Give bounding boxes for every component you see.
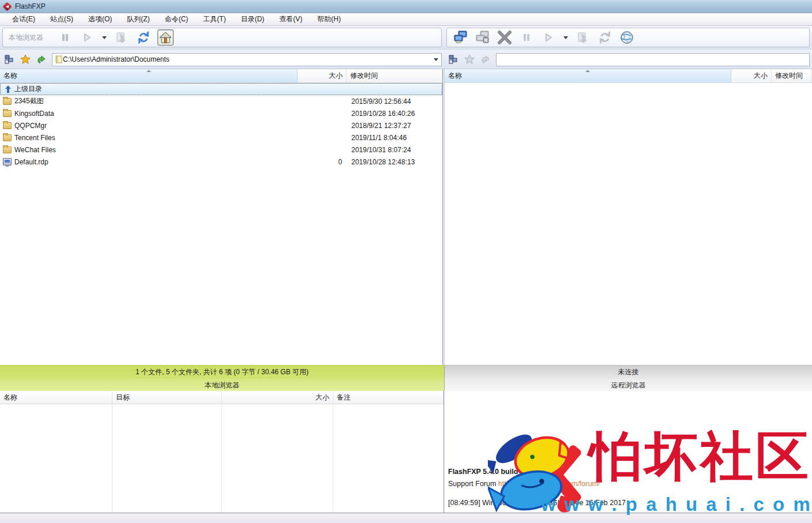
file-row[interactable]: 2345截图2015/9/30 12:56:44 [0,95,442,107]
column-divider [221,404,222,513]
home-directory-button[interactable] [157,29,174,46]
log-winsock-line: [08:49:59] Winsock 2.2 -- OpenSSL 1.1.0e… [448,497,626,509]
local-path-combobox[interactable] [52,53,442,66]
quick-connect-button[interactable] [619,29,635,46]
remote-start-dropdown[interactable] [562,29,569,46]
browser-panes: 名称 大小 修改时间 上级目录 2345截图2015/9/30 12:56:44… [0,69,812,365]
queue-column-size[interactable]: 大小 [222,391,333,404]
remote-file-pane: 名称 大小 修改时间 [444,69,812,365]
local-status-strip: 1 个文件, 5 个文件夹, 共计 6 项 (0 字节 / 30.46 GB 可… [0,365,444,391]
start-queue-button[interactable] [79,29,95,46]
window-title: FlashFXP [15,2,46,10]
file-row[interactable]: QQPCMgr2018/9/21 12:37:27 [0,119,442,131]
queue-pane: 名称 目标 大小 备注 [0,391,444,513]
menu-help[interactable]: 帮助(H) [310,13,348,25]
queue-column-note[interactable]: 备注 [333,391,443,404]
column-divider [333,404,333,513]
menu-options[interactable]: 选项(O) [81,13,119,25]
mid-status-row: 1 个文件, 5 个文件夹, 共计 6 项 (0 字节 / 30.46 GB 可… [0,365,812,391]
bottom-row: 名称 目标 大小 备注 FlashFXP 5.4.0 build 3970 Su… [0,391,812,513]
folder-icon [3,110,12,117]
menu-commands[interactable]: 命令(C) [157,13,196,25]
local-path-input[interactable] [63,55,432,63]
remote-status-strip: 未连接 远程浏览器 [444,365,812,391]
remote-pause-button[interactable] [518,29,535,46]
column-name[interactable]: 名称 [445,69,731,82]
parent-directory-label: 上级目录 [14,84,42,94]
title-bar: ◄ FlashFXP [0,0,812,13]
menu-view[interactable]: 查看(V) [272,13,310,25]
transfer-button[interactable] [114,29,130,46]
remote-transfer-button[interactable] [575,29,591,46]
file-row[interactable]: Default.rdp02019/10/28 12:48:13 [0,156,442,168]
file-row[interactable]: KingsoftData2019/10/28 16:40:26 [0,107,442,119]
go-up-icon-disabled [480,54,491,65]
favorites-star-icon[interactable] [20,54,31,65]
column-size[interactable]: 大小 [731,69,772,82]
remote-address-bar [448,50,810,69]
menu-queue[interactable]: 队列(Z) [119,13,157,25]
path-dropdown-button[interactable] [432,54,440,66]
column-modified[interactable]: 修改时间 [772,69,812,82]
log-version-line: FlashFXP 5.4.0 build 3970 [448,466,626,478]
connect-button[interactable] [453,29,469,46]
refresh-icon [599,31,611,44]
disconnect-button[interactable] [475,29,491,46]
log-pane[interactable]: FlashFXP 5.4.0 build 3970 Support Forum … [445,391,812,513]
support-forum-link[interactable]: https://www.flashfxp.com/forum/ [498,480,600,488]
local-toolbar: 本地浏览器 [2,28,442,47]
go-up-icon[interactable] [36,54,47,65]
file-row[interactable]: Tencent Files2019/11/1 8:04:46 [0,131,442,144]
play-icon [544,33,553,42]
connect-icon [453,30,468,45]
menu-sites[interactable]: 站点(S) [43,13,81,25]
folder-icon [3,122,12,129]
folder-tree-toggle-icon[interactable] [448,54,459,65]
remote-browser-caption: 远程浏览器 [445,379,812,392]
remote-refresh-button[interactable] [597,29,613,46]
parent-directory-row[interactable]: 上级目录 [0,83,442,95]
abort-button[interactable] [497,29,513,46]
menu-tools[interactable]: 工具(T) [196,13,233,25]
folder-icon [3,134,12,141]
file-row[interactable]: WeChat Files2019/10/31 8:07:24 [0,144,442,156]
up-directory-icon [3,85,12,93]
local-column-header: 名称 大小 修改时间 [0,69,442,83]
column-size[interactable]: 大小 [298,69,347,82]
queue-column-target[interactable]: 目标 [112,391,222,404]
refresh-button[interactable] [136,29,152,46]
log-support-line: Support Forum https://www.flashfxp.com/f… [448,478,626,490]
status-bar [0,513,812,523]
globe-icon [620,31,634,44]
remote-column-header: 名称 大小 修改时间 [445,69,812,83]
play-icon [82,33,92,42]
address-row [0,50,812,69]
chevron-down-icon [563,36,568,39]
queue-list[interactable] [0,404,443,513]
sort-asc-icon [585,70,590,72]
pause-icon [522,33,531,42]
queue-column-header: 名称 目标 大小 备注 [0,391,443,404]
app-logo-icon: ◄ [3,2,12,11]
folder-tree-toggle-icon[interactable] [3,54,15,65]
local-stats-text: 1 个文件, 5 个文件夹, 共计 6 项 (0 字节 / 30.46 GB 可… [0,366,444,379]
local-file-list[interactable]: 上级目录 2345截图2015/9/30 12:56:44KingsoftDat… [0,83,442,168]
remote-start-button[interactable] [540,29,557,46]
not-connected-text: 未连接 [445,366,812,379]
local-file-pane: 名称 大小 修改时间 上级目录 2345截图2015/9/30 12:56:44… [0,69,443,365]
remote-path-combobox[interactable] [496,53,810,66]
menu-directory[interactable]: 目录(D) [234,13,272,25]
column-modified[interactable]: 修改时间 [347,69,442,82]
refresh-icon [137,31,150,44]
transfer-icon [577,31,589,44]
start-queue-dropdown[interactable] [101,29,108,46]
pause-queue-button[interactable] [57,29,73,46]
abort-x-icon [497,30,512,45]
column-name[interactable]: 名称 [0,69,298,82]
rdp-file-icon [3,158,12,165]
remote-path-input[interactable] [499,55,808,63]
queue-column-name[interactable]: 名称 [0,391,112,404]
menu-session[interactable]: 会话(E) [5,13,43,25]
pause-icon [61,33,70,42]
favorites-star-icon-disabled [464,54,475,65]
